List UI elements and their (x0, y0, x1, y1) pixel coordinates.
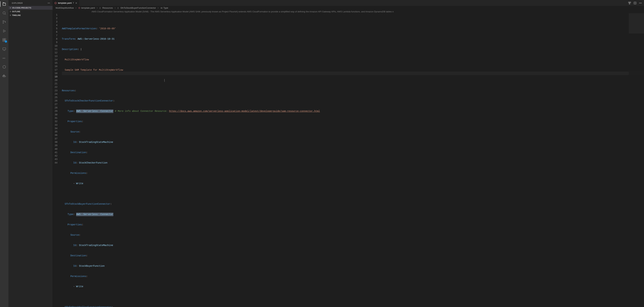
line-gutter: 12345 678910 1112131415 1617181920 21222… (52, 13, 62, 307)
svg-rect-20 (630, 2, 631, 3)
crumb-file[interactable]: ! template.yaml (78, 6, 95, 9)
string-icon: abc (160, 7, 163, 9)
tab-template-yaml[interactable]: ! template.yaml 7 (52, 0, 80, 6)
svg-text:{}: {} (118, 7, 119, 9)
svg-text:abc: abc (161, 8, 162, 8)
chevron-right-icon (9, 6, 12, 9)
aws-icon[interactable]: aws (0, 55, 8, 61)
sidebar-section-outline[interactable]: OUTLINE (8, 10, 52, 14)
hover-description: AWS CloudFormation Serverless Applicatio… (52, 10, 644, 13)
svg-text:!: ! (55, 2, 56, 4)
editor-area: ! template.yaml 7 MultiStepWorkflow ! te… (52, 0, 644, 307)
svg-point-25 (641, 3, 642, 3)
more-actions-icon[interactable] (639, 2, 642, 4)
sidebar: EXPLORER VS-CODE-PROJECTS OUTLINE TIMELI… (8, 0, 52, 307)
svg-text:aws: aws (2, 57, 6, 59)
remote-icon[interactable] (0, 46, 8, 52)
source-control-icon[interactable] (0, 19, 8, 25)
svg-rect-11 (4, 76, 4, 76)
svg-rect-5 (4, 38, 6, 40)
svg-point-24 (640, 3, 640, 3)
close-icon[interactable] (75, 2, 78, 4)
workflow-icon[interactable] (628, 2, 631, 4)
minimap-slider[interactable] (629, 13, 644, 34)
editor-tabs: ! template.yaml 7 (52, 0, 644, 6)
active-line-highlight (62, 72, 644, 75)
minimap[interactable] (629, 13, 644, 307)
svg-rect-8 (3, 48, 6, 50)
section-label: VS-CODE-PROJECTS (12, 7, 31, 9)
svg-rect-19 (628, 2, 629, 3)
crumb-connector[interactable]: {} SfnToStockBuyerFunctionConnector (117, 6, 156, 9)
sidebar-section-projects[interactable]: VS-CODE-PROJECTS (8, 6, 52, 10)
yaml-file-icon: ! (78, 7, 80, 9)
sidebar-section-timeline[interactable]: TIMELINE (8, 14, 52, 17)
docker-icon[interactable] (0, 73, 8, 78)
chevron-right-icon (9, 14, 12, 16)
section-label: TIMELINE (12, 14, 21, 16)
svg-point-0 (3, 12, 5, 14)
chevron-right-icon (114, 7, 116, 9)
svg-point-23 (640, 3, 640, 3)
extensions-icon[interactable]: 1 (0, 37, 8, 43)
braces-icon: {} (99, 7, 102, 9)
svg-text:!: ! (79, 7, 80, 8)
svg-point-2 (3, 23, 4, 24)
chevron-right-icon (96, 7, 98, 9)
svg-rect-6 (3, 40, 4, 42)
svg-point-1 (3, 21, 4, 21)
chevron-right-icon (75, 7, 77, 9)
activity-bar: 1 aws (0, 0, 8, 307)
chevron-right-icon (157, 7, 159, 9)
svg-text:{}: {} (100, 7, 101, 9)
svg-rect-13 (4, 75, 4, 76)
chevron-right-icon (9, 10, 12, 13)
sidebar-title: EXPLORER (12, 2, 23, 4)
hex-icon[interactable] (0, 64, 8, 70)
search-icon[interactable] (0, 10, 8, 16)
editor-body[interactable]: 12345 678910 1112131415 1617181920 21222… (52, 13, 644, 307)
crumb-folder[interactable]: MultiStepWorkflow (56, 6, 74, 9)
tab-filename: template.yaml (58, 2, 72, 4)
app-root: 1 aws EXPLORER VS-CODE-PROJECTS OUTLINE … (0, 0, 644, 307)
svg-rect-10 (3, 76, 4, 76)
editor-actions (628, 0, 644, 6)
braces-icon: {} (117, 7, 120, 9)
section-label: OUTLINE (12, 10, 20, 12)
svg-rect-21 (629, 3, 630, 4)
explorer-icon[interactable] (0, 1, 8, 7)
crumb-resources[interactable]: {} Resources (99, 6, 113, 9)
svg-rect-12 (4, 76, 5, 76)
extension-badge: 1 (5, 40, 7, 43)
split-editor-icon[interactable] (634, 2, 636, 4)
breadcrumbs[interactable]: MultiStepWorkflow ! template.yaml {} Res… (52, 6, 644, 10)
code-content[interactable]: AWSTemplateFormatVersion: '2010-09-09' T… (62, 13, 644, 307)
sidebar-header: EXPLORER (8, 0, 52, 6)
yaml-file-icon: ! (54, 2, 57, 4)
tab-problem-count: 7 (73, 2, 74, 4)
crumb-type[interactable]: abc Type (160, 6, 168, 9)
more-icon[interactable] (48, 2, 50, 4)
svg-rect-4 (3, 38, 4, 40)
run-debug-icon[interactable] (0, 28, 8, 34)
